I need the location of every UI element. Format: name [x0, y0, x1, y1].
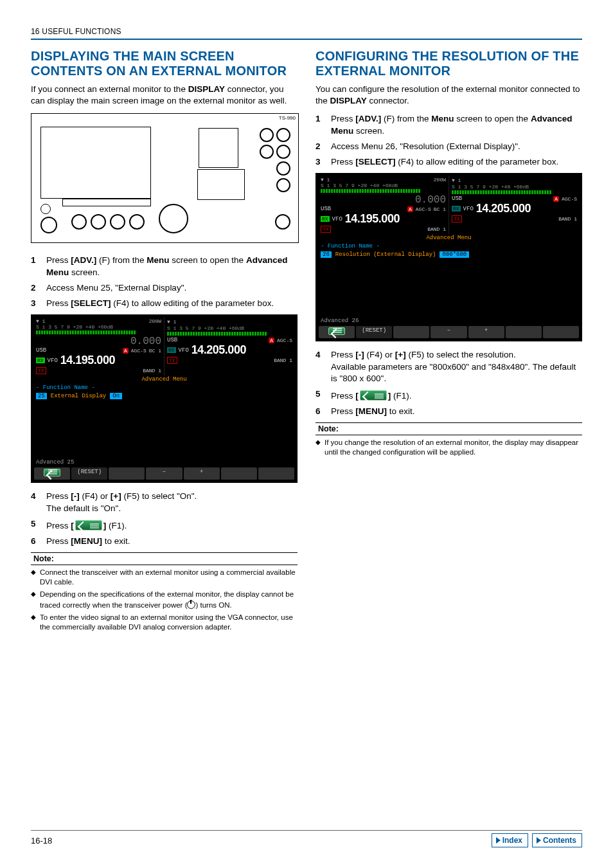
select-key: [SELECT]: [355, 157, 395, 167]
left-intro: If you connect an external monitor to th…: [31, 84, 298, 107]
text: screen.: [353, 126, 384, 136]
att-badge: A: [407, 206, 413, 212]
agc-label: AGC-S: [277, 338, 292, 343]
sub-frequency: 14.205.000: [476, 202, 531, 215]
note-3: To enter the video signal to an external…: [31, 613, 298, 632]
antenna-indicator: ▼ 1: [452, 177, 461, 183]
model-label: TS-990: [279, 115, 296, 121]
adv-key: [ADV.]: [71, 255, 96, 265]
f4-minus-button[interactable]: –: [146, 467, 182, 480]
menu-item-value: 800*600: [440, 251, 469, 258]
menu-item-name: External Display: [51, 393, 106, 399]
menu-footer-label: Advanced 25: [33, 458, 295, 467]
softkey-row: (RESET) – +: [318, 325, 580, 339]
text: Press: [331, 406, 355, 416]
vfo-label: VFO: [463, 206, 474, 212]
step-1: Press [ADV.] (F) from the Menu screen to…: [31, 255, 298, 278]
power-readout: 200W: [149, 318, 161, 324]
step-1: Press [ADV.] (F) from the Menu screen to…: [315, 113, 582, 136]
minus-key: [-]: [355, 350, 364, 359]
text: (F1).: [391, 391, 411, 401]
vfo-label: VFO: [179, 347, 189, 354]
triangle-right-icon: [537, 837, 541, 844]
att-badge: A: [123, 348, 129, 354]
f3-button[interactable]: [109, 467, 145, 480]
f1-back-button[interactable]: [319, 326, 355, 338]
text: (F) from the: [96, 255, 147, 265]
text: connector.: [367, 96, 409, 105]
s-meter-scale: S 1 3 5 7 9 +20 +40 +60dB: [167, 325, 292, 331]
f7-button[interactable]: [543, 326, 579, 338]
s-meter-scale: S 1 3 5 7 9 +20 +40 +60dB: [36, 324, 161, 330]
step-5: Press [] (F1).: [31, 518, 298, 532]
back-icon: [360, 390, 387, 401]
text: (F5) to select "On".: [121, 491, 197, 501]
step-3: Press [SELECT] (F4) to allow editing of …: [31, 298, 298, 309]
page-footer: 16-18 Index Contents: [31, 830, 582, 847]
note-1: Connect the transceiver with an external…: [31, 568, 298, 587]
right-column: CONFIGURING THE RESOLUTION OF THE EXTERN…: [315, 49, 582, 635]
mode-label: USB: [452, 195, 462, 202]
main-frequency: 14.195.000: [345, 212, 400, 226]
advanced-menu-screenshot: ▼ 1 200W S 1 3 5 7 9 +20 +40 +60dB 0.000…: [315, 173, 582, 341]
power-readout: 200W: [434, 177, 446, 183]
right-steps-cont: Press [-] (F4) or [+] (F5) to select the…: [315, 349, 582, 417]
text: (F5) to select the resolution.: [406, 350, 516, 359]
text: Press: [46, 536, 71, 546]
f2-reset-button[interactable]: (RESET): [356, 326, 392, 338]
back-icon: [75, 520, 102, 530]
rx-badge: RX: [36, 357, 45, 363]
menu-row: 25 External Display On: [33, 392, 295, 400]
index-link[interactable]: Index: [492, 833, 528, 847]
sub-readout: 0.000: [415, 194, 446, 206]
text: (F4) or: [364, 350, 395, 359]
f6-button[interactable]: [506, 326, 542, 338]
menu-item-value: On: [110, 393, 122, 399]
adv-key: [ADV.]: [355, 114, 381, 123]
main-frequency: 14.195.000: [60, 354, 115, 367]
step-4: Press [-] (F4) or [+] (F5) to select "On…: [31, 491, 298, 514]
minus-key: [-]: [71, 491, 80, 501]
transceiver-diagram: TS-990: [31, 113, 299, 243]
agc-label: AGC-S: [416, 206, 431, 212]
left-steps: Press [ADV.] (F) from the Menu screen to…: [31, 255, 298, 309]
f5-plus-button[interactable]: +: [184, 467, 220, 480]
f1-back-button[interactable]: [34, 467, 70, 480]
antenna-indicator: ▼ 1: [321, 177, 330, 183]
menu-key: Menu: [147, 255, 169, 265]
step-3: Press [SELECT] (F4) to allow editing of …: [315, 156, 582, 168]
triangle-right-icon: [496, 837, 501, 844]
text: (F4) or: [80, 491, 111, 501]
step-4-sub: Available parameters are "800x600" and "…: [331, 361, 582, 384]
att-badge: A: [553, 196, 559, 202]
f5-plus-button[interactable]: +: [468, 326, 504, 338]
menu-index: 26: [321, 251, 332, 258]
note-1: If you change the resolution of an exter…: [315, 438, 582, 457]
tx-badge: TX: [452, 215, 462, 222]
text: (F) from the: [381, 114, 431, 123]
plus-key: [+]: [395, 350, 406, 359]
f6-button[interactable]: [221, 467, 257, 480]
text: screen to open the: [454, 114, 531, 123]
rx-badge: RX: [452, 206, 461, 212]
f2-reset-button[interactable]: (RESET): [71, 467, 107, 480]
step-6: Press [MENU] to exit.: [31, 536, 298, 547]
att-badge: A: [269, 338, 274, 343]
display-connector-label: DISPLAY: [188, 84, 225, 94]
text: Press: [46, 491, 71, 501]
menu-key: [MENU]: [71, 536, 102, 546]
f3-button[interactable]: [393, 326, 429, 338]
band-label: BAND 1: [274, 357, 292, 363]
f4-minus-button[interactable]: –: [431, 326, 466, 338]
column-header: - Function Name -: [33, 383, 295, 392]
s-meter-scale: S 1 3 5 7 9 +20 +40 +60dB: [452, 184, 577, 190]
f7-button[interactable]: [258, 467, 294, 480]
text: (F4) to allow editing of the parameter b…: [111, 298, 274, 308]
s-meter: [167, 332, 267, 336]
back-icon: [328, 327, 345, 335]
mode-label: USB: [321, 206, 331, 212]
agc-label: AGC-S: [131, 348, 147, 354]
contents-link[interactable]: Contents: [532, 833, 582, 847]
menu-footer-label: Advanced 26: [318, 316, 580, 325]
text: screen to open the: [170, 255, 246, 265]
